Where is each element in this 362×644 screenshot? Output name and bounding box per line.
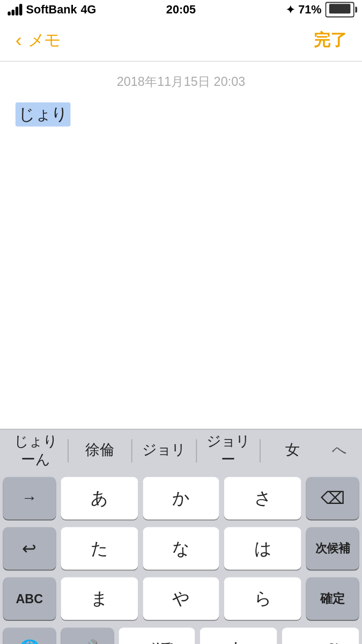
na-key[interactable]: な bbox=[143, 527, 220, 569]
keyboard-row-3: ABC ま や ら 確定 bbox=[3, 577, 359, 620]
return-key[interactable]: ↩ bbox=[3, 527, 56, 569]
mic-key[interactable]: 🎤 bbox=[61, 627, 114, 644]
keyboard-row-1: → あ か さ ⌫ bbox=[3, 477, 359, 519]
dakuten-key[interactable]: ゛ぽ bbox=[119, 627, 196, 644]
network-label: 4G bbox=[81, 3, 97, 16]
back-button[interactable]: ‹ メモ bbox=[16, 29, 61, 51]
keyboard: → あ か さ ⌫ ↩ た な は 次候補 ABC ま や ら 確定 🌐 🎤 ゛… bbox=[0, 471, 362, 644]
autocomplete-bar: じょりーん 徐倫 ジョリ ジョリー 女 へ bbox=[0, 429, 362, 471]
globe-key[interactable]: 🌐 bbox=[3, 627, 56, 644]
ya-key[interactable]: や bbox=[143, 577, 220, 620]
note-date: 2018年11月15日 20:03 bbox=[16, 74, 346, 91]
wa-key[interactable]: わ bbox=[200, 627, 277, 644]
bluetooth-icon: ✦ bbox=[286, 3, 294, 16]
note-selected-text: じょり bbox=[16, 103, 71, 127]
ka-key[interactable]: か bbox=[143, 477, 220, 519]
autocomplete-divider-2 bbox=[131, 439, 132, 462]
backspace-key[interactable]: ⌫ bbox=[306, 477, 359, 519]
a-key[interactable]: あ bbox=[61, 477, 138, 519]
abc-key[interactable]: ABC bbox=[3, 577, 56, 620]
confirm-key[interactable]: 確定 bbox=[306, 577, 359, 620]
arrow-right-key[interactable]: → bbox=[3, 477, 56, 519]
battery-label: 71% bbox=[298, 3, 321, 16]
status-left: SoftBank 4G bbox=[8, 3, 96, 16]
keyboard-row-2: ↩ た な は 次候補 bbox=[3, 527, 359, 569]
carrier-label: SoftBank bbox=[26, 3, 77, 16]
autocomplete-divider-4 bbox=[260, 439, 261, 462]
autocomplete-item-5[interactable]: 女 bbox=[265, 435, 321, 465]
back-label: メモ bbox=[28, 29, 61, 51]
status-bar: SoftBank 4G 20:05 ✦ 71% bbox=[0, 0, 362, 19]
autocomplete-divider-3 bbox=[196, 439, 197, 462]
ha-key[interactable]: は bbox=[224, 527, 301, 569]
autocomplete-divider-1 bbox=[67, 439, 68, 462]
back-chevron-icon: ‹ bbox=[16, 29, 22, 51]
sa-key[interactable]: さ bbox=[224, 477, 301, 519]
next-candidate-key[interactable]: 次候補 bbox=[306, 527, 359, 569]
ta-key[interactable]: た bbox=[61, 527, 138, 569]
nav-bar: ‹ メモ 完了 bbox=[0, 19, 362, 62]
status-right: ✦ 71% bbox=[286, 2, 354, 18]
autocomplete-item-3[interactable]: ジョリ bbox=[136, 435, 192, 465]
done-button[interactable]: 完了 bbox=[314, 29, 346, 51]
status-time: 20:05 bbox=[166, 3, 196, 16]
autocomplete-item-2[interactable]: 徐倫 bbox=[72, 435, 128, 465]
punctuation-key[interactable]: 、。?! bbox=[282, 627, 359, 644]
ma-key[interactable]: ま bbox=[61, 577, 138, 620]
note-content[interactable]: じょり bbox=[16, 103, 346, 127]
signal-bars bbox=[8, 4, 22, 16]
battery-icon bbox=[326, 2, 354, 18]
note-area[interactable]: 2018年11月15日 20:03 じょり bbox=[0, 62, 362, 429]
autocomplete-arrow[interactable]: へ bbox=[324, 435, 354, 465]
keyboard-row-4: 🌐 🎤 ゛ぽ わ 、。?! bbox=[3, 627, 359, 644]
autocomplete-item-1[interactable]: じょりーん bbox=[8, 426, 63, 474]
autocomplete-item-4[interactable]: ジョリー bbox=[201, 426, 256, 474]
ra-key[interactable]: ら bbox=[224, 577, 301, 620]
